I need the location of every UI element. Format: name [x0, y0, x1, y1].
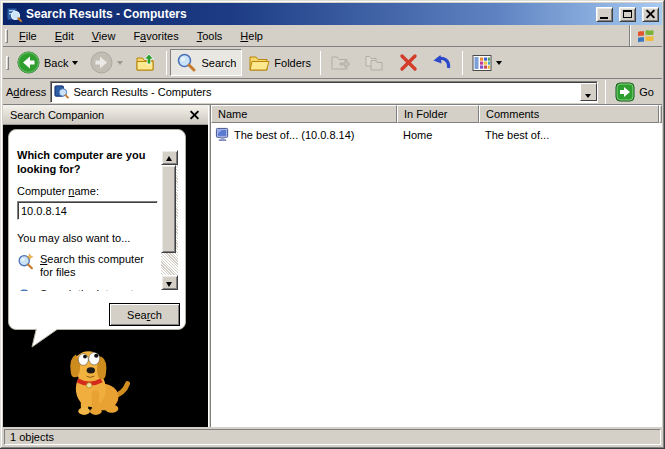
back-dropdown-icon: [72, 61, 78, 68]
search-this-computer-link[interactable]: Search this computer for files: [17, 253, 162, 279]
menu-tools[interactable]: Tools: [188, 27, 232, 45]
up-button[interactable]: [129, 49, 163, 76]
toolbar-grip[interactable]: [6, 56, 9, 70]
address-search-icon: [54, 84, 69, 99]
computer-name-input[interactable]: [17, 201, 158, 220]
undo-icon: [431, 52, 453, 73]
column-header-filler: [659, 105, 662, 123]
result-row[interactable]: The best of... (10.0.8.14) Home The best…: [211, 126, 662, 143]
search-internet-icon: [17, 288, 34, 291]
scroll-down-icon: [166, 282, 172, 287]
views-icon: [472, 54, 492, 72]
scroll-up-icon: [166, 156, 172, 161]
scroll-up-button[interactable]: [161, 150, 178, 165]
search-results-window-icon: [6, 6, 22, 22]
scrollbar-thumb[interactable]: [161, 165, 176, 253]
search-toggle-button[interactable]: Search: [170, 49, 242, 76]
search-companion-body: Which computer are you looking for? Comp…: [3, 125, 208, 427]
move-to-button[interactable]: [324, 49, 358, 76]
address-combo[interactable]: Search Results - Computers: [50, 81, 598, 103]
toolbar-separator: [462, 51, 463, 75]
address-dropdown-icon: [585, 94, 591, 101]
views-dropdown-icon: [496, 61, 502, 68]
search-companion-header: Search Companion: [3, 105, 208, 125]
menu-view[interactable]: View: [83, 27, 125, 45]
column-header-name[interactable]: Name: [211, 105, 397, 123]
computer-icon: [215, 127, 230, 142]
menu-edit[interactable]: Edit: [46, 27, 83, 45]
throbber-area: [629, 25, 662, 46]
computer-name-label: Computer name:: [17, 185, 162, 197]
menu-file[interactable]: File: [10, 27, 46, 45]
go-icon: [615, 82, 635, 102]
search-internet-label: Search the Internet: [40, 288, 152, 291]
search-files-icon: [17, 253, 34, 270]
search-companion-dog[interactable]: [45, 343, 145, 421]
address-dropdown-button[interactable]: [580, 83, 597, 101]
forward-icon: [90, 51, 113, 74]
forward-dropdown-icon: [117, 61, 123, 68]
maximize-button[interactable]: [619, 7, 636, 22]
forward-button[interactable]: [84, 49, 129, 76]
move-to-folder-icon: [330, 53, 352, 73]
copy-to-folder-icon: [364, 53, 386, 73]
maximize-icon: [623, 10, 632, 18]
search-this-computer-label: Search this computer for files: [40, 253, 152, 279]
windows-flag-icon: [635, 26, 657, 46]
address-separator: [605, 80, 606, 104]
address-bar: Address Search Results - Computers Go: [3, 79, 662, 105]
menu-favorites[interactable]: Favorites: [124, 27, 187, 45]
title-bar: Search Results - Computers: [3, 3, 662, 25]
back-label: Back: [44, 57, 68, 69]
delete-button[interactable]: [392, 49, 425, 76]
column-header-in-folder[interactable]: In Folder: [397, 105, 479, 123]
minimize-button[interactable]: [596, 7, 613, 22]
status-text: 1 objects: [4, 429, 661, 445]
menu-help[interactable]: Help: [231, 27, 272, 45]
result-name: The best of... (10.0.8.14): [234, 129, 354, 141]
main-area: Search Companion Which computer are you …: [3, 105, 662, 427]
minimize-icon: [600, 17, 608, 19]
column-header-comments[interactable]: Comments: [479, 105, 659, 123]
address-label: Address: [6, 86, 46, 98]
result-comments: The best of...: [479, 129, 659, 141]
go-button[interactable]: Go: [613, 80, 659, 104]
result-name-cell[interactable]: The best of... (10.0.8.14): [211, 127, 397, 142]
search-submit-button[interactable]: Search: [109, 303, 180, 326]
search-bubble-card: Which computer are you looking for? Comp…: [8, 129, 186, 330]
scroll-down-button[interactable]: [161, 275, 178, 290]
folder-up-icon: [135, 52, 157, 74]
address-value: Search Results - Computers: [73, 86, 211, 98]
explorer-window: Search Results - Computers File Edit Vie…: [0, 0, 665, 449]
folders-button[interactable]: Folders: [242, 49, 317, 76]
menubar-grip[interactable]: [5, 29, 8, 43]
copy-to-button[interactable]: [358, 49, 392, 76]
window-title: Search Results - Computers: [26, 7, 590, 21]
search-options-scroll-area: Which computer are you looking for? Comp…: [17, 148, 162, 291]
search-question-heading: Which computer are you looking for?: [17, 148, 157, 176]
standard-toolbar: Back Search: [3, 47, 662, 79]
toolbar-separator: [166, 51, 167, 75]
status-bar: 1 objects: [3, 427, 662, 446]
search-label: Search: [201, 57, 236, 69]
search-companion-title: Search Companion: [10, 109, 187, 121]
folders-label: Folders: [274, 57, 311, 69]
menu-bar: File Edit View Favorites Tools Help: [3, 25, 662, 47]
search-internet-link[interactable]: Search the Internet: [17, 288, 162, 291]
delete-x-icon: [398, 52, 419, 73]
panel-close-button[interactable]: [187, 108, 201, 122]
also-want-text: You may also want to...: [17, 232, 162, 244]
folders-icon: [248, 53, 270, 73]
result-in-folder: Home: [397, 129, 479, 141]
results-list-view[interactable]: Name In Folder Comments The best of... (…: [211, 105, 662, 427]
scrollbar-track[interactable]: [161, 165, 178, 275]
back-button[interactable]: Back: [11, 49, 84, 76]
undo-button[interactable]: [425, 49, 459, 76]
search-icon: [176, 52, 197, 73]
close-button[interactable]: [642, 7, 659, 22]
views-button[interactable]: [466, 49, 508, 76]
toolbar-separator: [320, 51, 321, 75]
back-icon: [17, 51, 40, 74]
panel-scrollbar[interactable]: [161, 150, 178, 290]
go-label: Go: [639, 86, 654, 98]
